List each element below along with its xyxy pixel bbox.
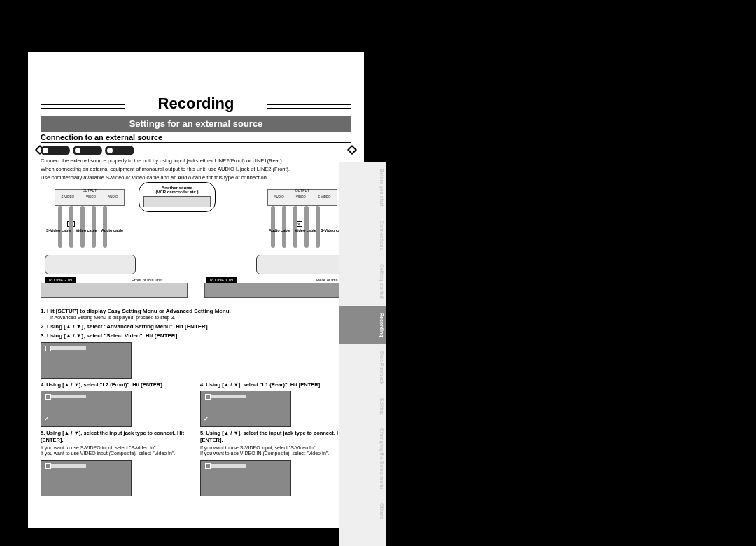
tab-connections: Connections	[339, 214, 386, 257]
port-s-video-r: S-VIDEO	[318, 195, 331, 199]
unit-rear-illustration	[204, 283, 351, 298]
right-note-2: If you want to use VIDEO IN (Composite),…	[200, 451, 351, 456]
right-note-1: If you want to use S-VIDEO input, select…	[200, 445, 351, 451]
osd-screenshot-left-final	[41, 460, 132, 496]
intro-line-3: Use commercially available S-Video or Vi…	[41, 174, 351, 181]
right-column: 4. Using [▲ / ▼], select "L1 (Rear)". Hi…	[200, 382, 351, 499]
section-title-bar: Settings for an external source	[41, 115, 351, 132]
tab-getting-started: Getting started	[339, 257, 386, 306]
subheading: Connection to an external source	[41, 133, 351, 143]
step-2: 2. Using [▲ / ▼], select "Advanced Setti…	[41, 323, 351, 330]
output-ports-right: OUTPUT AUDIO VIDEO S-VIDEO	[267, 189, 337, 206]
step-1-note: If Advanced Setting Menu is displayed, p…	[50, 315, 351, 321]
tab-changing-setup: Changing the Setup menu	[339, 421, 386, 496]
badge-dvd-video	[41, 146, 70, 155]
cable-labels-right: Audio cable Video cable S-Video cable	[269, 228, 346, 232]
tab-before-you-start: Before you start	[339, 162, 386, 214]
two-column-procedure: 4. Using [▲ / ▼], select "L2 (Front)". H…	[41, 382, 351, 499]
step-3: 3. Using [▲ / ▼], select "Select Video".…	[41, 332, 351, 340]
output-label-right: OUTPUT	[268, 188, 337, 192]
port-audio: AUDIO	[108, 195, 118, 199]
line2-in-label: To LINE 2 IN	[45, 277, 76, 283]
port-video-r: VIDEO	[296, 195, 306, 199]
unit-front-illustration	[41, 283, 188, 298]
chapter-title: Recording	[28, 94, 364, 113]
manual-page: Recording Settings for an external sourc…	[28, 52, 364, 528]
tab-others: Others	[339, 496, 386, 526]
tab-disc-playback: Disc Playback	[339, 344, 386, 391]
osd-screenshot-step3	[41, 342, 132, 379]
osd-screenshot-right-final	[200, 460, 291, 496]
output-label-left: OUTPUT	[55, 188, 124, 192]
unit-front-jacks	[45, 255, 136, 274]
port-audio-r: AUDIO	[274, 195, 284, 199]
left-note-1: If you want to use S-VIDEO input, select…	[41, 445, 192, 451]
osd-screenshot-l1: ✔	[200, 391, 291, 427]
right-step-4: 4. Using [▲ / ▼], select "L1 (Rear)". Hi…	[200, 382, 351, 388]
source-subtitle: (VCR camcorder etc.)	[144, 190, 211, 194]
tab-recording: Recording	[339, 306, 386, 344]
left-note-2: If you want to use VIDEO input (Composit…	[41, 451, 192, 456]
badge-dvd-rw	[105, 146, 134, 155]
unit-rear-jacks	[256, 255, 347, 274]
step-1: 1. Hit [SETUP] to display Easy Setting M…	[41, 308, 351, 321]
vcr-illustration	[144, 196, 211, 207]
tab-editing: Editing	[339, 391, 386, 422]
disc-type-badges	[41, 146, 351, 155]
side-tabs: Before you start Connections Getting sta…	[339, 162, 386, 546]
left-column: 4. Using [▲ / ▼], select "L2 (Front)". H…	[41, 382, 192, 499]
intro-line-1: Connect the external source properly to …	[41, 158, 351, 164]
badge-dvd-vr	[73, 146, 102, 155]
port-video: VIDEO	[86, 195, 96, 199]
connection-diagram: Another source (VCR camcorder etc.) OUTP…	[41, 185, 351, 304]
tab-spacer	[339, 526, 386, 546]
output-ports-left: OUTPUT S-VIDEO VIDEO AUDIO	[55, 189, 125, 206]
cable-labels-left: S-Video cable Video cable Audio cable	[46, 228, 123, 232]
left-step-4: 4. Using [▲ / ▼], select "L2 (Front)". H…	[41, 382, 192, 388]
front-caption: Front of this unit	[132, 278, 162, 282]
procedure-steps: 1. Hit [SETUP] to display Easy Setting M…	[41, 308, 351, 379]
port-s-video: S-VIDEO	[62, 195, 75, 199]
another-source-box: Another source (VCR camcorder etc.)	[139, 182, 216, 212]
right-step-5: 5. Using [▲ / ▼], select the input jack …	[200, 430, 351, 443]
osd-screenshot-l2: ✔	[41, 391, 132, 427]
line1-in-label: To LINE 1 IN	[206, 277, 237, 283]
intro-line-2: When connecting an external equipment of…	[41, 166, 351, 172]
left-step-5: 5. Using [▲ / ▼], select the input jack …	[41, 430, 192, 443]
